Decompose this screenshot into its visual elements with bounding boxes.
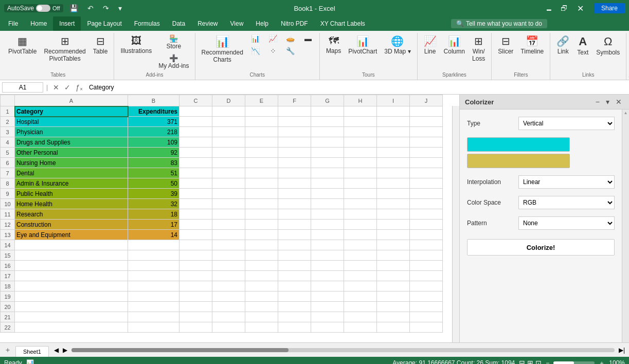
zoom-slider[interactable]: [553, 361, 595, 364]
cell-b[interactable]: [128, 322, 179, 333]
cell-empty[interactable]: [377, 220, 410, 230]
cell-empty[interactable]: [311, 127, 344, 137]
cell-a[interactable]: [15, 250, 128, 261]
pie-chart-button[interactable]: 🥧: [282, 33, 299, 44]
tell-me-search[interactable]: 🔍 Tell me what you want to do: [451, 19, 547, 28]
restore-button[interactable]: 🗗: [558, 3, 571, 13]
normal-view-btn[interactable]: ⊟: [519, 359, 525, 364]
cell-b[interactable]: [128, 261, 179, 271]
cell-empty[interactable]: [410, 178, 443, 189]
row-number[interactable]: 18: [1, 281, 15, 292]
cell-empty[interactable]: [344, 209, 377, 220]
cell-empty[interactable]: [278, 240, 311, 250]
col-header-a[interactable]: A: [15, 95, 128, 106]
cell-empty[interactable]: [311, 281, 344, 292]
cell-empty[interactable]: [311, 250, 344, 261]
cell-empty[interactable]: [245, 168, 278, 178]
cell-empty[interactable]: [311, 209, 344, 220]
cell-empty[interactable]: [410, 261, 443, 271]
cell-a[interactable]: [15, 292, 128, 302]
cell-empty[interactable]: [377, 168, 410, 178]
menu-nitro[interactable]: Nitro PDF: [275, 16, 314, 31]
cell-empty[interactable]: [344, 178, 377, 189]
colorizer-expand-btn[interactable]: ▾: [604, 98, 612, 106]
horizontal-scrollbar-track[interactable]: [71, 348, 615, 352]
cell-empty[interactable]: [278, 312, 311, 322]
menu-formulas[interactable]: Formulas: [128, 16, 166, 31]
row-number[interactable]: 5: [1, 148, 15, 158]
cell-empty[interactable]: [410, 117, 443, 127]
cell-empty[interactable]: [377, 199, 410, 209]
row-number[interactable]: 9: [1, 189, 15, 199]
row-number[interactable]: 3: [1, 127, 15, 137]
cell-empty[interactable]: [278, 322, 311, 333]
cell-empty[interactable]: [377, 312, 410, 322]
text-button[interactable]: A Text: [573, 33, 592, 58]
cell-empty[interactable]: [278, 178, 311, 189]
cell-empty[interactable]: [344, 106, 377, 117]
cell-a[interactable]: Eye and Equipment: [15, 230, 128, 240]
cell-empty[interactable]: [179, 199, 212, 209]
cell-empty[interactable]: [179, 189, 212, 199]
sparkline-column-button[interactable]: 📊 Column: [441, 33, 468, 57]
cell-empty[interactable]: [212, 189, 245, 199]
cell-empty[interactable]: [278, 106, 311, 117]
row-number[interactable]: 17: [1, 271, 15, 281]
cell-empty[interactable]: [377, 106, 410, 117]
row-number[interactable]: 1: [1, 106, 15, 117]
cell-a[interactable]: Nursing Home: [15, 158, 128, 168]
menu-home[interactable]: Home: [24, 16, 53, 31]
cell-empty[interactable]: [179, 281, 212, 292]
cell-empty[interactable]: [410, 148, 443, 158]
bar-chart-button[interactable]: ▬: [300, 33, 316, 44]
cell-empty[interactable]: [245, 292, 278, 302]
cell-empty[interactable]: [212, 281, 245, 292]
pattern-select[interactable]: None Solid Dashed Dotted: [518, 216, 615, 230]
cell-a[interactable]: Construction: [15, 220, 128, 230]
more-charts-button[interactable]: 🔧: [282, 45, 299, 57]
timeline-button[interactable]: 📅 Timeline: [517, 33, 547, 57]
cell-empty[interactable]: [278, 189, 311, 199]
pivot-chart-button[interactable]: 📊 PivotChart: [345, 33, 380, 57]
cell-empty[interactable]: [278, 127, 311, 137]
cell-empty[interactable]: [212, 148, 245, 158]
cell-b[interactable]: 83: [128, 158, 179, 168]
row-number[interactable]: 6: [1, 158, 15, 168]
cell-empty[interactable]: [410, 137, 443, 148]
cell-empty[interactable]: [212, 312, 245, 322]
cell-empty[interactable]: [212, 322, 245, 333]
cell-empty[interactable]: [410, 230, 443, 240]
menu-pagelayout[interactable]: Page Layout: [81, 16, 128, 31]
illustrations-button[interactable]: 🖼 Illustrations: [117, 33, 155, 57]
share-button[interactable]: Share: [594, 3, 625, 13]
row-number[interactable]: 14: [1, 240, 15, 250]
cell-b[interactable]: 50: [128, 178, 179, 189]
menu-data[interactable]: Data: [166, 16, 191, 31]
undo-button[interactable]: ↶: [84, 3, 97, 13]
cell-b[interactable]: [128, 250, 179, 261]
cell-empty[interactable]: [278, 250, 311, 261]
cell-empty[interactable]: [311, 322, 344, 333]
cell-b[interactable]: 218: [128, 127, 179, 137]
formula-insert-fn-icon[interactable]: ƒₓ: [74, 82, 85, 93]
column-chart-button[interactable]: 📊: [247, 33, 264, 44]
cell-empty[interactable]: [212, 261, 245, 271]
col-header-b[interactable]: B: [128, 95, 179, 106]
cell-empty[interactable]: [278, 158, 311, 168]
cell-empty[interactable]: [245, 271, 278, 281]
cell-empty[interactable]: [212, 199, 245, 209]
cell-empty[interactable]: [311, 158, 344, 168]
rec-charts-button[interactable]: 📊 RecommendedCharts: [199, 33, 246, 65]
cell-empty[interactable]: [311, 137, 344, 148]
cell-a[interactable]: Physician: [15, 127, 128, 137]
cell-empty[interactable]: [410, 322, 443, 333]
color-swatch-1[interactable]: [467, 137, 570, 152]
cell-empty[interactable]: [179, 220, 212, 230]
cell-empty[interactable]: [344, 137, 377, 148]
cell-a[interactable]: Research: [15, 209, 128, 220]
line-chart-button[interactable]: 📈: [265, 33, 281, 44]
cell-empty[interactable]: [410, 240, 443, 250]
cell-empty[interactable]: [377, 189, 410, 199]
cell-b[interactable]: 17: [128, 220, 179, 230]
sparkline-line-button[interactable]: 📈 Line: [421, 33, 440, 57]
